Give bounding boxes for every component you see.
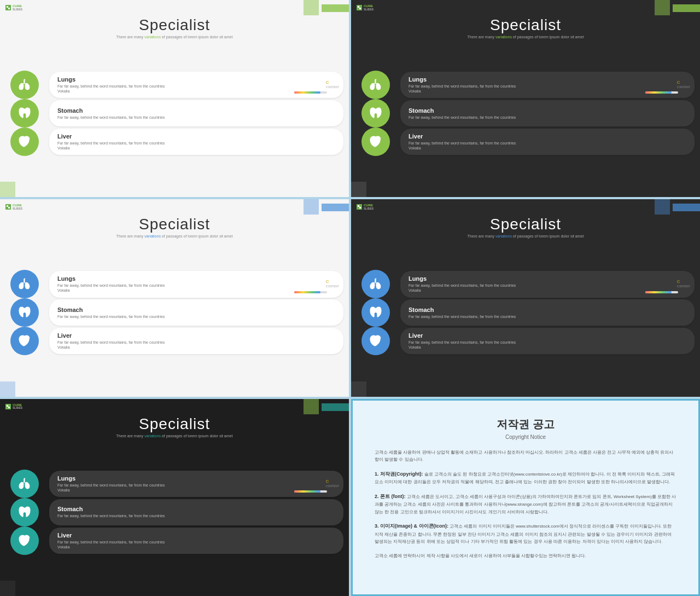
lungs-card: Lungs Far far away, behind the word moun… — [49, 72, 343, 98]
slide-title-2: Specialist There are many variations of … — [351, 16, 700, 39]
slide-1: CURE SLIDES Specialist There are many va… — [0, 0, 349, 197]
liver-icon-3 — [17, 333, 32, 349]
lungs-card-4: Lungs Far far away, behind the word moun… — [400, 271, 695, 297]
liver-icon-circle-2 — [361, 128, 390, 156]
stomach-icon — [17, 106, 32, 121]
liver-icon-circle — [10, 128, 39, 156]
copyright-subtitle: Copyright Notice — [505, 434, 546, 440]
copyright-section-3: 3. 이미지(Image) & 아이콘(Icon): 고객소 세름의 이미지 이… — [375, 522, 676, 545]
items-column-2: Lungs Far far away, behind the word moun… — [400, 66, 700, 160]
lungs-icon — [17, 77, 32, 92]
progress-fill — [294, 91, 320, 94]
progress-bar — [294, 91, 327, 94]
progress-fill-2 — [645, 91, 672, 94]
lungs-card-5: Lungs Far far away, behind the word moun… — [49, 471, 343, 497]
svg-rect-14 — [8, 407, 10, 408]
page-number-4: 2 — [351, 320, 696, 323]
page-number-2: 1 — [351, 121, 696, 124]
slide-title-3: Specialist There are many variations of … — [0, 216, 349, 238]
content-area-5: Lungs Far far away, behind the word moun… — [0, 465, 349, 559]
lungs-icon-circle-2 — [361, 71, 390, 99]
liver-icon-4 — [368, 333, 383, 349]
liver-card-5: Liver Far far away, behind the word moun… — [49, 528, 343, 554]
corner-decoration-bl-4 — [351, 381, 366, 397]
progress-fill-5 — [294, 490, 320, 493]
corner-decoration-bl-3 — [0, 381, 15, 397]
lungs-icon-2 — [368, 77, 383, 92]
copyright-title: 저작권 공고 — [497, 417, 555, 432]
copyright-section-1: 1. 저작권(Copyright): 슬로 고객소의 슬도 된 하청요로 고객소… — [375, 470, 676, 486]
content-area-2: Lungs Far far away, behind the word moun… — [351, 66, 700, 160]
liver-icon-5 — [17, 533, 32, 548]
items-column-5: Lungs Far far away, behind the word moun… — [49, 465, 349, 559]
icon-column-2 — [351, 66, 400, 160]
corner-decoration-bl — [0, 182, 15, 197]
logo-5: CURE SLIDES — [5, 403, 349, 410]
slide-title-5: Specialist There are many variations of … — [0, 415, 349, 438]
icon-column-5 — [0, 465, 49, 559]
liver-icon-circle-3 — [10, 327, 39, 355]
items-column-3: Lungs Far far away, behind the word moun… — [49, 265, 349, 360]
slide-5: CURE SLIDES Specialist There are many va… — [0, 399, 349, 596]
svg-rect-4 — [358, 6, 359, 8]
lungs-icon-4 — [368, 276, 383, 292]
icon-column-3 — [0, 265, 49, 360]
logo-1: CURE SLIDES — [5, 4, 349, 11]
liver-icon-circle-4 — [361, 327, 390, 355]
stomach-icon-5 — [17, 505, 32, 520]
watermark-logo-3: CCONTENT — [326, 280, 339, 288]
progress-bar-5 — [294, 490, 327, 493]
liver-icon-2 — [368, 134, 383, 149]
svg-rect-13 — [7, 405, 8, 407]
liver-card-4: Liver Far far away, behind the word moun… — [400, 328, 695, 354]
svg-rect-8 — [8, 207, 10, 209]
content-area-1: Lungs Far far away, behind the word moun… — [0, 66, 349, 160]
logo-4: CURE SLIDES — [357, 204, 700, 210]
svg-rect-10 — [358, 205, 359, 207]
corner-decoration-bl-2 — [351, 182, 366, 197]
stomach-icon-3 — [17, 305, 32, 320]
svg-rect-2 — [8, 8, 10, 9]
svg-rect-11 — [359, 207, 361, 209]
lungs-icon-circle-4 — [361, 270, 390, 298]
page-number-5: 3 — [0, 520, 345, 523]
progress-fill-4 — [645, 291, 672, 293]
watermark-logo: CCONTENT — [326, 80, 339, 89]
svg-rect-5 — [359, 8, 361, 9]
copyright-para-end: 고객소 세름에 연락하시어 제작 사항을 사도에서 새로이 사용하여 사부들을 … — [375, 552, 676, 560]
lungs-icon-5 — [17, 476, 32, 491]
items-column-1: Lungs Far far away, behind the word moun… — [49, 66, 349, 160]
liver-card: Liver Far far away, behind the word moun… — [49, 129, 343, 155]
slide-title-4: Specialist There are many variations of … — [351, 216, 700, 238]
corner-decoration-bl-5 — [0, 581, 15, 596]
stomach-icon-2 — [368, 106, 383, 121]
icon-column-4 — [351, 265, 400, 360]
liver-card-3: Liver Far far away, behind the word moun… — [49, 328, 343, 354]
lungs-card-2: Lungs Far far away, behind the word moun… — [400, 72, 695, 98]
items-column-4: Lungs Far far away, behind the word moun… — [400, 265, 700, 360]
liver-icon — [17, 134, 32, 149]
page-number-3: 2 — [0, 320, 345, 323]
lungs-icon-circle-3 — [10, 270, 39, 298]
copyright-section-2: 2. 폰트 (font): 고객소 세름은 도서이고, 고객소 세름이 사용구성… — [375, 493, 676, 516]
lungs-icon-3 — [17, 276, 32, 292]
watermark-logo-5: CCONTENT — [326, 479, 339, 488]
progress-bar-4 — [645, 291, 678, 293]
slide-title-1: Specialist There are many variations of … — [0, 16, 349, 39]
copyright-para-0: 고객소 세름을 사용하여 판매나 상업적 활동에 소재하고 사용하거나 참조하지… — [375, 449, 676, 464]
lungs-icon-circle-5 — [10, 470, 39, 498]
slide-3: CURE SLIDES Specialist There are many va… — [0, 199, 349, 396]
liver-card-2: Liver Far far away, behind the word moun… — [400, 129, 695, 155]
lungs-icon-circle — [10, 71, 39, 99]
slide-4: CURE SLIDES Specialist There are many va… — [351, 199, 700, 396]
progress-fill-3 — [294, 291, 320, 293]
content-area-4: Lungs Far far away, behind the word moun… — [351, 265, 700, 360]
progress-bar-2 — [645, 91, 678, 94]
content-area-3: Lungs Far far away, behind the word moun… — [0, 265, 349, 360]
slide-2: CURE SLIDES Specialist There are many va… — [351, 0, 700, 197]
stomach-icon-4 — [368, 305, 383, 320]
logo-3: CURE SLIDES — [5, 204, 349, 210]
watermark-logo-4: CCONTENT — [677, 280, 690, 288]
icon-column-1 — [0, 66, 49, 160]
svg-rect-1 — [7, 6, 8, 8]
